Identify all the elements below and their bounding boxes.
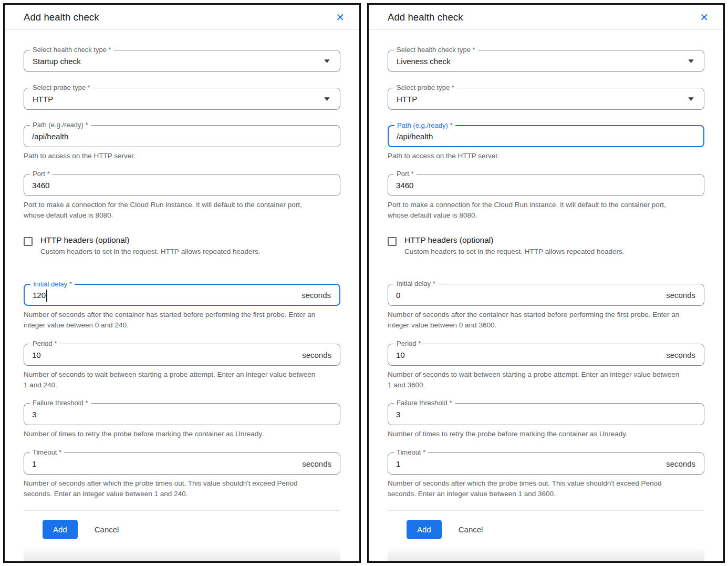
probe-type-value: HTTP bbox=[33, 95, 53, 104]
close-icon[interactable]: ✕ bbox=[334, 11, 347, 24]
port-field: Port * bbox=[24, 174, 340, 196]
failure-threshold-input[interactable] bbox=[388, 404, 704, 425]
initial-delay-input[interactable] bbox=[25, 285, 339, 305]
cancel-button[interactable]: Cancel bbox=[459, 525, 483, 534]
seconds-suffix: seconds bbox=[666, 459, 695, 468]
timeout-helper-text: Number of seconds after which the probe … bbox=[24, 478, 320, 499]
probe-type-label: Select probe type * bbox=[394, 84, 457, 91]
initial-delay-field: Initial delay * seconds bbox=[388, 284, 704, 306]
health-check-type-value: Startup check bbox=[33, 57, 81, 66]
period-input[interactable] bbox=[388, 344, 704, 365]
cancel-button[interactable]: Cancel bbox=[95, 525, 119, 534]
initial-delay-input[interactable] bbox=[388, 284, 704, 305]
probe-type-value: HTTP bbox=[397, 95, 417, 104]
close-icon[interactable]: ✕ bbox=[698, 11, 711, 24]
http-headers-description: Custom headers to set in the request. HT… bbox=[40, 246, 260, 256]
period-field: Period * seconds bbox=[24, 344, 340, 366]
screenshot-stage: Add health check ✕ Select health check t… bbox=[0, 0, 728, 566]
http-headers-description: Custom headers to set in the request. HT… bbox=[404, 246, 624, 256]
failure-threshold-helper-text: Number of times to retry the probe befor… bbox=[388, 429, 684, 439]
http-headers-row: HTTP headers (optional) Custom headers t… bbox=[388, 235, 704, 256]
add-health-check-dialog-startup: Add health check ✕ Select health check t… bbox=[3, 3, 361, 563]
dialog-footer: Add Cancel bbox=[388, 510, 704, 561]
add-button[interactable]: Add bbox=[43, 520, 78, 539]
http-headers-checkbox[interactable] bbox=[388, 237, 397, 246]
footer-shadow bbox=[388, 547, 704, 561]
failure-threshold-input[interactable] bbox=[24, 404, 340, 425]
initial-delay-field: Initial delay * seconds bbox=[24, 284, 340, 306]
port-input[interactable] bbox=[388, 174, 704, 195]
path-helper-text: Path to access on the HTTP server. bbox=[24, 151, 320, 161]
path-input[interactable] bbox=[24, 126, 340, 147]
period-field: Period * seconds bbox=[388, 344, 704, 366]
path-field: Path (e.g./ready) * bbox=[24, 125, 340, 147]
http-headers-label: HTTP headers (optional) bbox=[404, 235, 624, 245]
seconds-suffix: seconds bbox=[302, 351, 331, 359]
chevron-down-icon: ▼ bbox=[324, 58, 329, 64]
chevron-down-icon: ▼ bbox=[688, 96, 693, 101]
health-check-type-label: Select health check type * bbox=[394, 46, 478, 54]
seconds-suffix: seconds bbox=[666, 351, 695, 359]
timeout-field: Timeout * seconds bbox=[24, 452, 340, 475]
failure-threshold-helper-text: Number of times to retry the probe befor… bbox=[24, 429, 320, 439]
health-check-type-value: Liveness check bbox=[397, 57, 451, 66]
dialog-body: Select health check type * Liveness chec… bbox=[369, 30, 723, 561]
add-health-check-dialog-liveness: Add health check ✕ Select health check t… bbox=[367, 3, 725, 563]
dialog-title: Add health check bbox=[24, 12, 99, 23]
initial-delay-helper-text: Number of seconds after the container ha… bbox=[388, 310, 684, 331]
period-input[interactable] bbox=[24, 344, 340, 365]
initial-delay-helper-text: Number of seconds after the container ha… bbox=[24, 310, 320, 331]
chevron-down-icon: ▼ bbox=[324, 96, 329, 101]
period-helper-text: Number of seconds to wait between starti… bbox=[24, 369, 320, 390]
port-helper-text: Port to make a connection for the Cloud … bbox=[24, 200, 320, 221]
http-headers-row: HTTP headers (optional) Custom headers t… bbox=[24, 235, 340, 256]
failure-threshold-field: Failure threshold * bbox=[388, 403, 704, 425]
path-input[interactable] bbox=[389, 126, 703, 146]
port-input[interactable] bbox=[24, 174, 340, 195]
probe-type-select[interactable]: Select probe type * HTTP ▼ bbox=[388, 88, 704, 110]
port-field: Port * bbox=[388, 174, 704, 196]
timeout-input[interactable] bbox=[388, 453, 704, 474]
probe-type-label: Select probe type * bbox=[30, 84, 93, 91]
timeout-helper-text: Number of seconds after which the probe … bbox=[388, 478, 684, 499]
dialog-body: Select health check type * Startup check… bbox=[5, 30, 359, 561]
dialog-footer: Add Cancel bbox=[24, 510, 340, 561]
dialog-header: Add health check ✕ bbox=[369, 5, 723, 30]
period-helper-text: Number of seconds to wait between starti… bbox=[388, 369, 684, 390]
chevron-down-icon: ▼ bbox=[688, 58, 693, 64]
path-field: Path (e.g./ready) * bbox=[388, 125, 704, 147]
health-check-type-select[interactable]: Select health check type * Startup check… bbox=[24, 50, 340, 72]
probe-type-select[interactable]: Select probe type * HTTP ▼ bbox=[24, 88, 340, 110]
seconds-suffix: seconds bbox=[666, 291, 695, 300]
port-helper-text: Port to make a connection for the Cloud … bbox=[388, 200, 684, 221]
footer-shadow bbox=[24, 547, 340, 561]
text-cursor bbox=[46, 290, 47, 302]
seconds-suffix: seconds bbox=[302, 459, 331, 468]
dialog-title: Add health check bbox=[388, 12, 463, 23]
timeout-input[interactable] bbox=[24, 453, 340, 474]
dialog-header: Add health check ✕ bbox=[5, 5, 359, 30]
http-headers-label: HTTP headers (optional) bbox=[40, 235, 260, 245]
add-button[interactable]: Add bbox=[407, 520, 442, 539]
health-check-type-label: Select health check type * bbox=[30, 46, 114, 54]
timeout-field: Timeout * seconds bbox=[388, 452, 704, 475]
health-check-type-select[interactable]: Select health check type * Liveness chec… bbox=[388, 50, 704, 72]
path-helper-text: Path to access on the HTTP server. bbox=[388, 151, 684, 161]
http-headers-checkbox[interactable] bbox=[24, 237, 33, 246]
failure-threshold-field: Failure threshold * bbox=[24, 403, 340, 425]
seconds-suffix: seconds bbox=[301, 291, 331, 300]
